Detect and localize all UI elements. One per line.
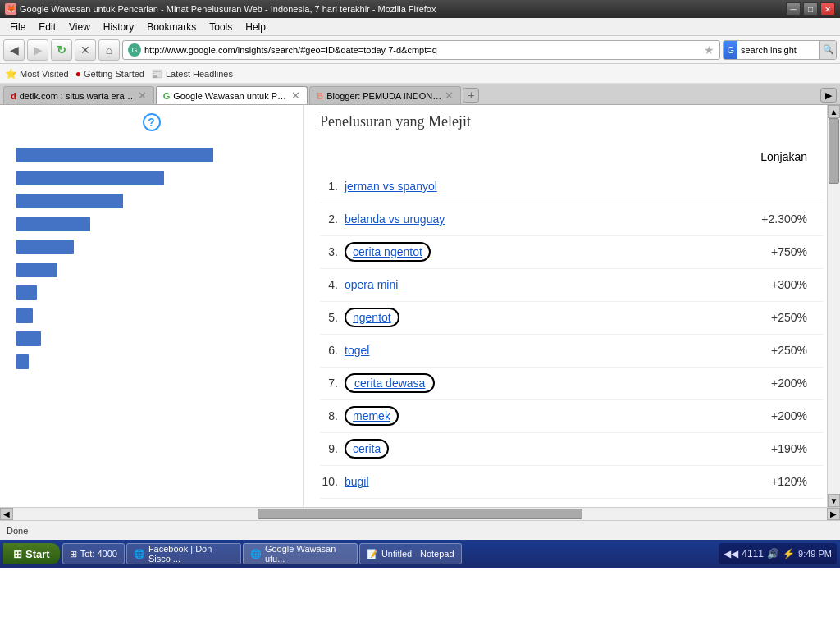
taskbar-label-google: Google Wawasan utu... <box>265 544 350 564</box>
trend-num-3: 3. <box>320 235 345 268</box>
tab-detik-title: detik.com : situs warta era digital <box>20 91 135 101</box>
tab-scroll-right[interactable]: ▶ <box>820 88 837 103</box>
trend-term-9: cerita <box>345 432 639 465</box>
start-label: Start <box>25 548 50 560</box>
bookmark-getting-started-label: Getting Started <box>84 69 144 79</box>
trend-row-8: 8. memek +200% <box>320 399 824 432</box>
trend-table: Lonjakan 1. jerman vs spanyol 2. belanda… <box>320 150 824 499</box>
scrollbar-thumb[interactable] <box>829 118 839 184</box>
taskbar-label-facebook: Facebook | Don Sisco ... <box>148 544 234 564</box>
status-bar: Done <box>0 520 840 540</box>
taskbar-item-facebook[interactable]: 🌐 Facebook | Don Sisco ... <box>126 543 241 564</box>
trend-link-1[interactable]: jerman vs spanyol <box>345 180 437 193</box>
trend-pct-4: +300% <box>639 268 824 301</box>
taskbar-items: ⊞ Tot: 4000 🌐 Facebook | Don Sisco ... 🌐… <box>62 543 717 564</box>
taskbar-item-notepad[interactable]: 📝 Untitled - Notepad <box>359 543 462 564</box>
new-tab-button[interactable]: + <box>463 88 479 103</box>
home-button[interactable]: ⌂ <box>98 39 120 61</box>
trend-link-3[interactable]: cerita ngentot <box>345 242 431 262</box>
bookmark-star-icon[interactable]: ★ <box>704 43 714 57</box>
scroll-down-button[interactable]: ▼ <box>828 494 840 507</box>
tab-blogger-favicon: B <box>317 91 323 101</box>
trend-term-7: cerita dewasa <box>345 367 639 399</box>
trend-link-5[interactable]: ngentot <box>345 308 399 327</box>
reload-button[interactable]: ↻ <box>51 39 72 61</box>
trend-row-6: 6. togel +250% <box>320 334 824 367</box>
tabs-bar: d detik.com : situs warta era digital ✕ … <box>0 84 840 105</box>
taskbar-icon-tot: ⊞ <box>70 549 77 559</box>
menu-bar: File Edit View History Bookmarks Tools H… <box>0 18 840 36</box>
bookmark-getting-started[interactable]: ● Getting Started <box>75 68 144 80</box>
tab-detik-close[interactable]: ✕ <box>138 89 147 102</box>
trend-num-9: 9. <box>320 432 345 465</box>
bar-8 <box>16 308 33 323</box>
taskbar-icon-google: 🌐 <box>250 549 262 559</box>
tab-google-favicon: G <box>163 91 171 101</box>
trend-num-4: 4. <box>320 268 345 301</box>
most-visited-icon: ⭐ <box>5 68 17 80</box>
horizontal-scrollbar: ◀ ▶ <box>0 507 840 520</box>
status-text: Done <box>7 526 28 536</box>
firefox-icon: 🦊 <box>5 3 16 15</box>
trend-link-4[interactable]: opera mini <box>345 278 398 291</box>
window-title: Google Wawasan untuk Pencarian - Minat P… <box>20 4 436 14</box>
trend-num-2: 2. <box>320 203 345 235</box>
tray-icon-2: 4111 <box>742 548 764 559</box>
trend-link-9[interactable]: cerita <box>345 439 389 459</box>
scroll-right-button[interactable]: ▶ <box>827 508 840 520</box>
search-go-button[interactable]: 🔍 <box>819 41 836 59</box>
scroll-left-button[interactable]: ◀ <box>0 508 13 520</box>
search-engine-icon: G <box>724 41 737 59</box>
tab-google-close[interactable]: ✕ <box>291 89 300 102</box>
tray-icon-antivirus: ⚡ <box>783 548 795 559</box>
back-button[interactable]: ◀ <box>3 39 25 61</box>
tab-detik[interactable]: d detik.com : situs warta era digital ✕ <box>3 86 154 104</box>
nav-bar: ◀ ▶ ↻ ✕ ⌂ G http://www.google.com/insigh… <box>0 36 840 64</box>
tab-google-insights[interactable]: G Google Wawasan untuk Pencaria... ✕ <box>156 86 308 104</box>
bar-7 <box>16 285 37 300</box>
menu-bookmarks[interactable]: Bookmarks <box>140 20 203 34</box>
tab-google-title: Google Wawasan untuk Pencaria... <box>173 91 288 101</box>
trend-num-5: 5. <box>320 301 345 334</box>
close-button[interactable]: ✕ <box>820 2 835 16</box>
bookmark-latest-headlines[interactable]: 📰 Latest Headlines <box>151 68 233 80</box>
trend-link-8[interactable]: memek <box>345 406 399 426</box>
trend-link-10[interactable]: bugil <box>345 475 369 488</box>
h-scrollbar-thumb[interactable] <box>258 509 583 519</box>
bookmark-most-visited[interactable]: ⭐ Most Visited <box>5 68 69 80</box>
taskbar-label-notepad: Untitled - Notepad <box>381 549 454 559</box>
bar-chart <box>16 148 286 369</box>
search-input[interactable] <box>737 41 819 59</box>
maximize-button[interactable]: □ <box>803 2 818 16</box>
trend-link-7[interactable]: cerita dewasa <box>345 373 435 393</box>
trend-pct-1 <box>639 170 824 203</box>
start-button[interactable]: ⊞ Start <box>3 543 60 564</box>
trend-term-8: memek <box>345 399 639 432</box>
bookmarks-bar: ⭐ Most Visited ● Getting Started 📰 Lates… <box>0 64 840 84</box>
trend-pct-8: +200% <box>639 399 824 432</box>
menu-view[interactable]: View <box>62 20 97 34</box>
minimize-button[interactable]: ─ <box>786 2 801 16</box>
sidebar-help-icon[interactable]: ? <box>143 113 161 131</box>
bar-10 <box>16 354 29 369</box>
menu-history[interactable]: History <box>97 20 140 34</box>
tab-detik-favicon: d <box>11 91 16 101</box>
menu-edit[interactable]: Edit <box>32 20 62 34</box>
url-bar: G http://www.google.com/insights/search/… <box>122 40 720 60</box>
trend-link-6[interactable]: togel <box>345 344 369 357</box>
forward-button[interactable]: ▶ <box>27 39 48 61</box>
scroll-up-button[interactable]: ▲ <box>828 105 840 118</box>
trend-link-2[interactable]: belanda vs uruguay <box>345 212 445 226</box>
menu-file[interactable]: File <box>3 20 32 34</box>
taskbar-item-google[interactable]: 🌐 Google Wawasan utu... <box>243 543 358 564</box>
stop-button[interactable]: ✕ <box>75 39 96 61</box>
url-text[interactable]: http://www.google.com/insights/search/#g… <box>144 45 697 55</box>
trend-row-7: 7. cerita dewasa +200% <box>320 367 824 399</box>
tab-blogger[interactable]: B Blogger: PEMUDA INDONESIA BARU - B... … <box>309 86 461 104</box>
menu-tools[interactable]: Tools <box>203 20 239 34</box>
tab-blogger-close[interactable]: ✕ <box>445 89 454 102</box>
taskbar-item-tot[interactable]: ⊞ Tot: 4000 <box>62 543 125 564</box>
trend-row-5: 5. ngentot +250% <box>320 301 824 334</box>
trend-term-10: bugil <box>345 465 639 498</box>
menu-help[interactable]: Help <box>239 20 272 34</box>
